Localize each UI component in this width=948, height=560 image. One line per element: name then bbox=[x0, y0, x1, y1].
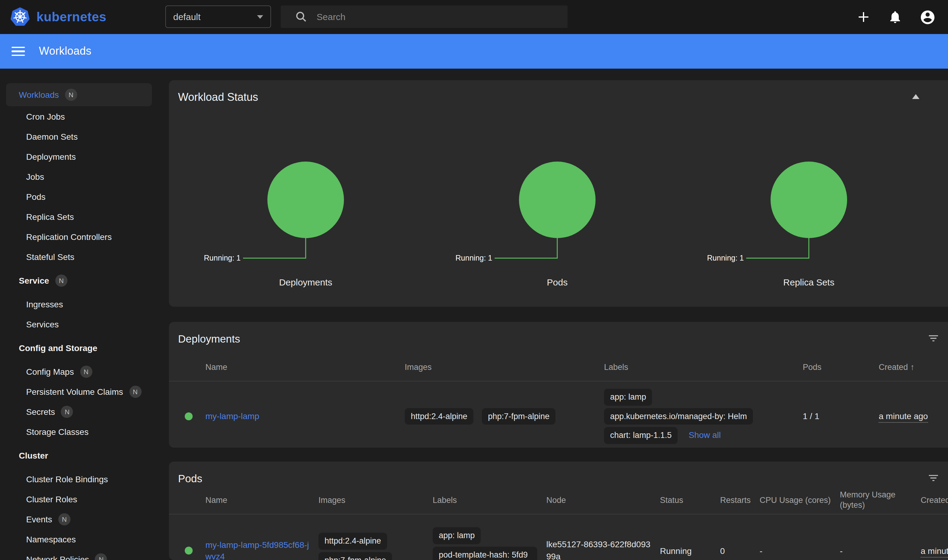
column-header-cpu[interactable]: CPU Usage (cores) bbox=[760, 486, 840, 514]
sidebar-item-persistent-volume-claims[interactable]: Persistent Volume Claims N bbox=[0, 382, 158, 402]
sidebar-item-replication-controllers[interactable]: Replication Controllers bbox=[0, 226, 158, 246]
deployment-row: my-lamp-lamp httpd:2.4-alpine php:7-fpm-… bbox=[169, 381, 948, 448]
sidebar-item-pods[interactable]: Pods bbox=[0, 186, 158, 206]
column-header-restarts[interactable]: Restarts bbox=[720, 486, 760, 514]
column-header-images[interactable]: Images bbox=[405, 354, 604, 381]
namespaced-badge: N bbox=[65, 89, 77, 101]
pod-row: my-lamp-lamp-5fd985cf68-jwvz4 httpd:2.4-… bbox=[169, 514, 948, 560]
pie-chart-deployments: Running: 1 Deployments bbox=[180, 153, 432, 287]
sidebar-nav: Workloads N Cron Jobs Daemon Sets Deploy… bbox=[0, 69, 158, 560]
column-header-created[interactable]: Created↑ bbox=[921, 486, 948, 514]
namespaced-badge: N bbox=[59, 513, 71, 525]
column-header-labels[interactable]: Labels bbox=[604, 354, 803, 381]
column-header-labels[interactable]: Labels bbox=[433, 486, 546, 514]
notifications-button[interactable] bbox=[888, 10, 902, 24]
filter-icon[interactable] bbox=[927, 472, 939, 486]
filter-icon[interactable] bbox=[927, 332, 939, 346]
column-header-node[interactable]: Node bbox=[546, 486, 660, 514]
sidebar-section-cluster: Cluster bbox=[0, 445, 158, 465]
pie-callout-line bbox=[243, 238, 306, 258]
namespace-selector[interactable]: default bbox=[165, 5, 271, 28]
namespaced-badge: N bbox=[129, 385, 141, 397]
sidebar-item-daemon-sets[interactable]: Daemon Sets bbox=[0, 126, 158, 146]
topbar-actions bbox=[856, 9, 936, 25]
created-cell: a minute ago bbox=[921, 546, 948, 558]
workload-status-title: Workload Status bbox=[169, 80, 948, 104]
kubernetes-logo[interactable]: kubernetes bbox=[10, 7, 106, 27]
sidebar-item-cron-jobs[interactable]: Cron Jobs bbox=[0, 106, 158, 126]
pie-callout-label: Running: 1 bbox=[707, 254, 744, 262]
restarts-cell: 0 bbox=[720, 514, 760, 560]
deployments-card: Deployments Name Images Labels Pods Crea… bbox=[169, 322, 948, 448]
pods-table: Name Images Labels Node Status Restarts … bbox=[169, 486, 948, 560]
show-all-link[interactable]: Show all bbox=[689, 430, 721, 440]
column-header-images[interactable]: Images bbox=[318, 486, 433, 514]
namespaced-badge: N bbox=[55, 274, 68, 286]
sidebar-item-cluster-role-bindings[interactable]: Cluster Role Bindings bbox=[0, 469, 158, 489]
sidebar-section-service: Service N bbox=[0, 270, 158, 290]
column-header-name[interactable]: Name bbox=[205, 486, 318, 514]
plus-icon bbox=[856, 10, 871, 24]
collapse-icon[interactable] bbox=[912, 94, 920, 99]
label-chip: app: lamp bbox=[604, 389, 652, 405]
sidebar-item-services[interactable]: Services bbox=[0, 314, 158, 334]
label-chip: app.kubernetes.io/managed-by: Helm bbox=[604, 408, 753, 425]
top-bar: kubernetes default bbox=[0, 0, 948, 34]
sort-asc-icon: ↑ bbox=[910, 362, 914, 372]
table-header-row: Name Images Labels Pods Created↑ bbox=[169, 354, 948, 381]
search-input[interactable] bbox=[317, 12, 523, 22]
sidebar-item-config-maps[interactable]: Config Maps N bbox=[0, 362, 158, 382]
column-header-pods[interactable]: Pods bbox=[803, 354, 879, 381]
sidebar-item-storage-classes[interactable]: Storage Classes bbox=[0, 422, 158, 442]
bell-icon bbox=[888, 10, 902, 24]
pie-callout-line bbox=[746, 238, 809, 258]
image-chip: httpd:2.4-alpine bbox=[405, 408, 473, 425]
pie-callout-label: Running: 1 bbox=[204, 254, 240, 262]
chart-title: Deployments bbox=[180, 277, 432, 287]
pods-title: Pods bbox=[178, 471, 948, 486]
column-header-created[interactable]: Created↑ bbox=[879, 354, 948, 381]
pods-card: Pods Name Images Labels Node Status bbox=[169, 462, 948, 560]
sidebar-item-replica-sets[interactable]: Replica Sets bbox=[0, 206, 158, 226]
namespaced-badge: N bbox=[61, 405, 73, 418]
avatar-icon bbox=[919, 9, 936, 25]
pod-name-link[interactable]: my-lamp-lamp-5fd985cf68-jwvz4 bbox=[205, 539, 312, 560]
sidebar-item-cluster-roles[interactable]: Cluster Roles bbox=[0, 489, 158, 509]
column-header-memory[interactable]: Memory Usage (bytes) bbox=[840, 486, 921, 514]
pie-chart-replica-sets: Running: 1 Replica Sets bbox=[683, 153, 935, 287]
created-cell: a minute ago bbox=[879, 411, 928, 423]
user-account-button[interactable] bbox=[919, 9, 936, 25]
deployment-name-link[interactable]: my-lamp-lamp bbox=[205, 411, 259, 421]
workload-status-charts: Running: 1 Deployments Running: 1 Pods bbox=[180, 153, 935, 287]
pie-slice-running bbox=[267, 162, 344, 238]
pie-chart-pods: Running: 1 Pods bbox=[432, 153, 683, 287]
sidebar-item-jobs[interactable]: Jobs bbox=[0, 166, 158, 186]
menu-icon[interactable] bbox=[12, 44, 25, 58]
node-cell: lke55127-86393-622f8d09399a bbox=[546, 539, 651, 560]
deployments-table: Name Images Labels Pods Created↑ my-lamp… bbox=[169, 354, 948, 448]
pods-count-cell: 1 / 1 bbox=[803, 381, 879, 448]
sidebar-item-workloads[interactable]: Workloads N bbox=[6, 83, 152, 106]
pie-slice-running bbox=[519, 162, 595, 238]
sidebar-item-deployments[interactable]: Deployments bbox=[0, 146, 158, 166]
search-icon bbox=[295, 11, 307, 23]
deployments-title: Deployments bbox=[178, 332, 948, 346]
status-ok-icon bbox=[185, 412, 193, 420]
sidebar-item-events[interactable]: Events N bbox=[0, 509, 158, 529]
sidebar-item-namespaces[interactable]: Namespaces bbox=[0, 529, 158, 549]
label-chip: pod-template-hash: 5fd985cf68 bbox=[433, 547, 537, 560]
sidebar-item-stateful-sets[interactable]: Stateful Sets bbox=[0, 246, 158, 267]
sidebar-item-secrets[interactable]: Secrets N bbox=[0, 402, 158, 422]
app-bar: Workloads bbox=[0, 34, 948, 69]
column-header-name[interactable]: Name bbox=[205, 354, 405, 381]
status-ok-icon bbox=[185, 547, 193, 555]
sidebar-item-network-policies[interactable]: Network Policies N bbox=[0, 549, 158, 560]
create-resource-button[interactable] bbox=[856, 10, 871, 24]
image-chip: php:7-fpm-alpine bbox=[482, 408, 556, 425]
sidebar-item-ingresses[interactable]: Ingresses bbox=[0, 294, 158, 314]
kubernetes-wheel-icon bbox=[10, 7, 30, 27]
pie-callout-label: Running: 1 bbox=[455, 254, 492, 262]
pie-slice-running bbox=[771, 162, 847, 238]
column-header-status[interactable]: Status bbox=[660, 486, 720, 514]
namespaced-badge: N bbox=[95, 553, 107, 560]
